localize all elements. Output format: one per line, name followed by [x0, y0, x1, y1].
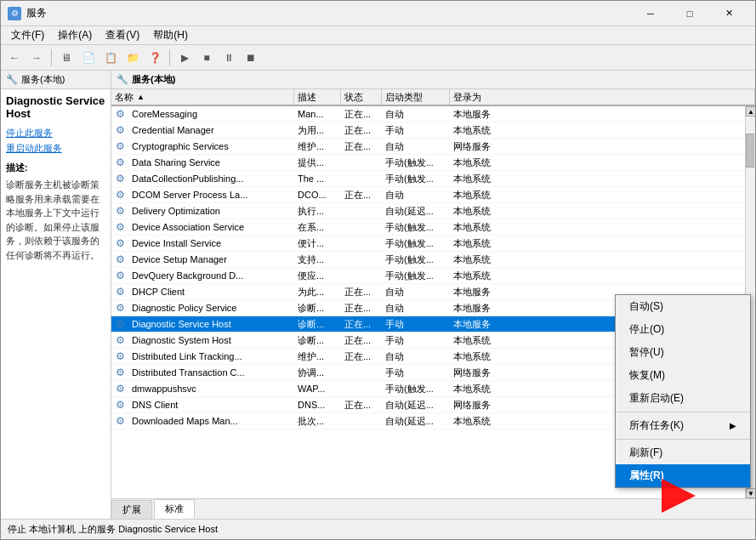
ctx-resume[interactable]: 恢复(M): [616, 364, 750, 387]
table-row[interactable]: ⚙ DataCollectionPublishing... The ... 手动…: [111, 171, 745, 187]
table-row[interactable]: ⚙ Device Setup Manager 支持... 手动(触发... 本地…: [111, 252, 745, 268]
status-bar: 停止 本地计算机 上的服务 Diagnostic Service Host: [1, 519, 755, 539]
row-service-login: 本地系统: [450, 156, 745, 169]
row-service-startup: 手动(触发...: [382, 221, 450, 234]
pause-button[interactable]: ⏸: [219, 48, 239, 68]
menu-help[interactable]: 帮助(H): [146, 26, 195, 44]
row-service-startup: 手动(触发...: [382, 253, 450, 266]
row-service-name: DCOM Server Process La...: [128, 190, 294, 200]
row-service-name: Downloaded Maps Man...: [128, 416, 294, 426]
row-service-icon: ⚙: [111, 253, 128, 265]
row-service-icon: ⚙: [111, 140, 128, 152]
tab-standard[interactable]: 标准: [154, 499, 195, 519]
row-service-desc: 执行...: [294, 205, 341, 218]
row-service-icon: ⚙: [111, 108, 128, 120]
row-service-state: 正在...: [341, 318, 382, 331]
scroll-up-button[interactable]: ▲: [746, 106, 755, 117]
stop-service-link[interactable]: 停止此服务: [6, 127, 105, 139]
tab-extended[interactable]: 扩展: [111, 500, 152, 519]
description-label: 描述:: [6, 162, 105, 174]
menu-view[interactable]: 查看(V): [99, 26, 146, 44]
title-controls: ─ □ ✕: [631, 1, 748, 26]
table-row[interactable]: ⚙ CoreMessaging Man... 正在... 自动 本地服务: [111, 106, 745, 122]
computer-button[interactable]: 🖥: [56, 48, 77, 68]
row-service-icon: ⚙: [111, 415, 128, 427]
title-bar-left: ⚙ 服务: [8, 6, 47, 20]
ctx-auto[interactable]: 自动(S): [616, 295, 750, 318]
table-row[interactable]: ⚙ DCOM Server Process La... DCO... 正在...…: [111, 187, 745, 203]
table-row[interactable]: ⚙ Cryptographic Services 维护... 正在... 自动 …: [111, 139, 745, 155]
row-service-startup: 自动: [382, 350, 450, 363]
main-window: ⚙ 服务 ─ □ ✕ 文件(F) 操作(A) 查看(V) 帮助(H) ← → 🖥…: [0, 0, 756, 540]
red-arrow-indicator: [662, 479, 713, 515]
scroll-thumb[interactable]: [746, 134, 754, 168]
row-service-name: dmwappushsvc: [128, 384, 294, 394]
row-service-state: 正在...: [341, 140, 382, 153]
row-service-icon: ⚙: [111, 286, 128, 298]
table-row[interactable]: ⚙ Credential Manager 为用... 正在... 手动 本地系统: [111, 122, 745, 139]
row-service-name: Device Setup Manager: [128, 254, 294, 264]
back-button[interactable]: ←: [4, 48, 25, 68]
row-service-login: 本地系统: [450, 221, 745, 234]
forward-button[interactable]: →: [26, 48, 47, 68]
col-header-login[interactable]: 登录为: [450, 89, 755, 105]
row-service-startup: 自动(延迟...: [382, 205, 450, 218]
minimize-button[interactable]: ─: [631, 1, 670, 26]
row-service-desc: 为用...: [294, 124, 341, 137]
table-row[interactable]: ⚙ Data Sharing Service 提供... 手动(触发... 本地…: [111, 155, 745, 171]
row-service-icon: ⚙: [111, 318, 128, 330]
svg-marker-0: [662, 479, 696, 513]
row-service-icon: ⚙: [111, 173, 128, 185]
close-button[interactable]: ✕: [709, 1, 748, 26]
table-row[interactable]: ⚙ Delivery Optimization 执行... 自动(延迟... 本…: [111, 203, 745, 219]
row-service-login: 本地系统: [450, 205, 745, 218]
right-header-icon: 🔧: [117, 74, 128, 85]
description-body: 诊断服务主机被诊断策略服务用来承载需要在本地服务上下文中运行的诊断。如果停止该服…: [6, 178, 105, 262]
row-service-login: 本地服务: [450, 108, 745, 121]
row-service-startup: 自动(延迟...: [382, 399, 450, 412]
row-service-desc: 诊断...: [294, 318, 341, 331]
scroll-down-button[interactable]: ▼: [746, 488, 755, 498]
row-service-desc: 诊断...: [294, 302, 341, 315]
ctx-restart[interactable]: 重新启动(E): [616, 387, 750, 410]
row-service-state: 正在...: [341, 302, 382, 315]
row-service-startup: 手动(触发...: [382, 237, 450, 250]
col-header-desc[interactable]: 描述: [294, 89, 341, 105]
row-service-login: 网络服务: [450, 140, 745, 153]
stop-button[interactable]: ■: [196, 48, 217, 68]
maximize-button[interactable]: □: [670, 1, 709, 26]
ctx-sep-2: [616, 439, 750, 440]
left-nav-title[interactable]: 服务(本地): [21, 73, 65, 86]
row-service-icon: ⚙: [111, 237, 128, 249]
doc2-button[interactable]: 📋: [100, 48, 121, 68]
restart-service-link[interactable]: 重启动此服务: [6, 142, 105, 155]
ctx-stop[interactable]: 停止(O): [616, 318, 750, 341]
folder-button[interactable]: 📁: [122, 48, 143, 68]
row-service-name: Credential Manager: [128, 125, 294, 135]
row-service-icon: ⚙: [111, 270, 128, 281]
help-button[interactable]: ❓: [145, 48, 165, 68]
ctx-refresh[interactable]: 刷新(F): [616, 441, 750, 464]
menu-action[interactable]: 操作(A): [51, 26, 99, 44]
table-row[interactable]: ⚙ Device Install Service 便计... 手动(触发... …: [111, 236, 745, 252]
ctx-all-tasks[interactable]: 所有任务(K) ▶: [616, 414, 750, 437]
col-header-name[interactable]: 名称 ▲: [111, 89, 294, 105]
restart-button[interactable]: ⏹: [241, 48, 261, 68]
description-section: 描述: 诊断服务主机被诊断策略服务用来承载需要在本地服务上下文中运行的诊断。如果…: [6, 162, 105, 262]
play-button[interactable]: ▶: [174, 48, 195, 68]
col-header-startup[interactable]: 启动类型: [382, 89, 450, 105]
row-service-state: 正在...: [341, 334, 382, 347]
row-service-name: Distributed Link Tracking...: [128, 351, 294, 361]
row-service-login: 本地系统: [450, 237, 745, 250]
doc1-button[interactable]: 📄: [78, 48, 99, 68]
table-row[interactable]: ⚙ DevQuery Background D... 便应... 手动(触发..…: [111, 268, 745, 284]
row-service-desc: 维护...: [294, 350, 341, 363]
toolbar-sep-1: [51, 49, 52, 66]
col-header-state[interactable]: 状态: [341, 89, 382, 105]
title-bar: ⚙ 服务 ─ □ ✕: [1, 1, 755, 26]
ctx-pause[interactable]: 暂停(U): [616, 341, 750, 364]
table-row[interactable]: ⚙ Device Association Service 在系... 手动(触发…: [111, 219, 745, 236]
row-service-icon: ⚙: [111, 383, 128, 395]
menu-file[interactable]: 文件(F): [4, 26, 51, 44]
ctx-sep-1: [616, 412, 750, 412]
